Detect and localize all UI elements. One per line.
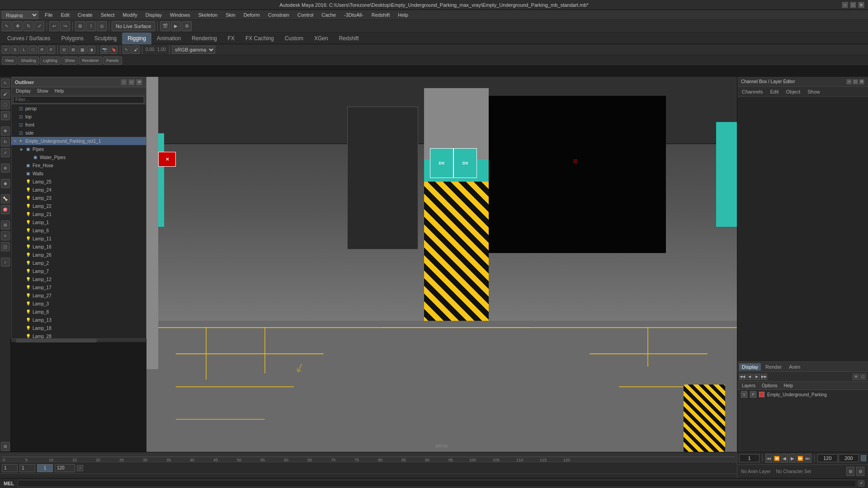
viewport-shading-btn[interactable]: Shading — [18, 56, 39, 65]
play-back-btn[interactable]: ◀ — [781, 454, 788, 463]
panels-btn[interactable]: P — [47, 46, 55, 54]
step-back-btn[interactable]: ⏪ — [773, 454, 780, 463]
menu-display[interactable]: Display — [142, 11, 165, 19]
outliner-horizontal-scrollbar[interactable] — [11, 338, 146, 342]
outliner-item-lamp23[interactable]: 💡 Lamp_23 — [11, 194, 146, 202]
frame-number-input[interactable] — [739, 454, 760, 462]
outliner-minimize-btn[interactable]: − — [121, 79, 127, 85]
tab-redshift[interactable]: Redshift — [334, 33, 364, 44]
layer-row-parking[interactable]: V P Empty_Underground_Parking — [737, 390, 868, 399]
ipr-btn[interactable]: ▶ — [171, 21, 181, 31]
layer-options-btn2[interactable]: ◫ — [860, 374, 866, 380]
maximize-button[interactable]: □ — [850, 2, 856, 8]
layer-menu-layers[interactable]: Layers — [739, 382, 758, 389]
render-settings-btn[interactable]: ⚙ — [182, 21, 192, 31]
outliner-item-lamp3[interactable]: 💡 Lamp_3 — [11, 300, 146, 308]
texture-btn[interactable]: ▦ — [78, 46, 86, 54]
outliner-item-lamp24[interactable]: 💡 Lamp_24 — [11, 186, 146, 194]
menu-create[interactable]: Create — [74, 11, 96, 19]
show-manip-btn[interactable]: ⊕ — [1, 164, 10, 173]
outliner-item-lamp28[interactable]: 💡 Lamp_28 — [11, 332, 146, 338]
outliner-item-lamp17[interactable]: 💡 Lamp_17 — [11, 283, 146, 291]
bookmark-btn[interactable]: 🔖 — [109, 46, 118, 54]
menu-help[interactable]: Help — [394, 11, 412, 19]
lighting-btn[interactable]: L — [20, 46, 28, 54]
minimize-button[interactable]: − — [842, 2, 848, 8]
step-fwd-btn[interactable]: ⏩ — [797, 454, 803, 463]
layer-menu-help[interactable]: Help — [781, 382, 796, 389]
outliner-close-btn[interactable]: ✕ — [136, 79, 142, 85]
paint-select-btn[interactable]: 🖌 — [132, 46, 140, 54]
render-view-btn[interactable]: 🎬 — [160, 21, 170, 31]
tab-xgen[interactable]: XGen — [309, 33, 334, 44]
viewport[interactable]: DX DX ↙ — [146, 77, 737, 452]
outliner-item-walls[interactable]: ▣ Walls — [11, 169, 146, 178]
rotate-tool-btn[interactable]: ↻ — [24, 21, 33, 31]
sound-btn[interactable]: ♪ — [1, 258, 10, 267]
outliner-item-fire-hose[interactable]: ▣ Fire_Hose — [11, 161, 146, 169]
outliner-item-lamp7[interactable]: 💡 Lamp_7 — [11, 267, 146, 275]
cb-tab-object[interactable]: Object — [783, 88, 803, 95]
viewport-show-btn[interactable]: Show — [61, 56, 78, 65]
layer-tab-render[interactable]: Render — [763, 363, 784, 371]
select-mode-side-btn[interactable]: ↖ — [1, 79, 10, 88]
smooth-shade-btn[interactable]: ⊠ — [69, 46, 77, 54]
outliner-item-top[interactable]: ◫ top — [11, 113, 146, 121]
menu-modify[interactable]: Modify — [119, 11, 141, 19]
cb-minimize-btn[interactable]: − — [846, 79, 852, 84]
move-left-btn[interactable]: ✥ — [1, 127, 10, 136]
select-tool-btn[interactable]: ↖ — [2, 21, 12, 31]
viewport-panels-btn[interactable]: Panels — [103, 56, 122, 65]
rotate-left-btn[interactable]: ↻ — [1, 137, 10, 146]
timeline-sound-icon[interactable]: ♪ — [77, 465, 83, 471]
layer-forward-btn[interactable]: ▶ — [754, 374, 760, 380]
menu-3dtoall[interactable]: -3DtoAll- — [340, 11, 367, 19]
show-btn[interactable]: □ — [29, 46, 37, 54]
scale-tool-btn[interactable]: ⤢ — [34, 21, 44, 31]
range-start-input[interactable] — [19, 464, 35, 472]
close-button[interactable]: ✕ — [858, 2, 864, 8]
outliner-item-lamp21[interactable]: 💡 Lamp_21 — [11, 210, 146, 218]
tab-fx[interactable]: FX — [222, 33, 240, 44]
current-frame-display[interactable]: 1 — [37, 464, 53, 472]
outliner-item-lamp22[interactable]: 💡 Lamp_22 — [11, 202, 146, 210]
layer-menu-options[interactable]: Options — [759, 382, 780, 389]
menu-windows[interactable]: Windows — [166, 11, 194, 19]
outliner-item-pipes[interactable]: ▶ ▣ Pipes — [11, 145, 146, 153]
outliner-item-lamp13[interactable]: 💡 Lamp_13 — [11, 316, 146, 324]
range-end-input[interactable] — [55, 464, 75, 472]
outliner-item-lamp1[interactable]: 💡 Lamp_1 — [11, 218, 146, 226]
cb-maximize-btn[interactable]: □ — [853, 79, 858, 84]
go-start-btn[interactable]: ⏮ — [765, 454, 772, 463]
move-tool-btn[interactable]: ✥ — [13, 21, 23, 31]
outliner-item-lamp25[interactable]: 💡 Lamp_25 — [11, 178, 146, 186]
select-mode-btn[interactable]: ↖ — [123, 46, 131, 54]
menu-file[interactable]: File — [41, 11, 57, 19]
component-mode-btn[interactable]: ⊡ — [1, 111, 10, 120]
tab-custom[interactable]: Custom — [279, 33, 309, 44]
layer-vp-toggle[interactable]: V — [741, 391, 747, 398]
outliner-item-lamp8[interactable]: 💡 Lamp_8 — [11, 308, 146, 316]
menu-select[interactable]: Select — [97, 11, 118, 19]
cb-close-btn[interactable]: ✕ — [859, 79, 864, 84]
outliner-item-lamp6[interactable]: 💡 Lamp_6 — [11, 226, 146, 235]
viewport-lighting-btn[interactable]: Lighting — [40, 56, 61, 65]
tab-rendering[interactable]: Rendering — [186, 33, 222, 44]
viewport-renderer-btn[interactable]: Renderer — [79, 56, 102, 65]
skeleton-tools-btn[interactable]: 🦴 — [1, 194, 10, 203]
snap-point-btn[interactable]: ◎ — [97, 21, 107, 31]
char-set-settings-btn[interactable]: ⚙ — [846, 467, 854, 476]
outliner-item-lamp2[interactable]: 💡 Lamp_2 — [11, 259, 146, 267]
camera-tools-btn[interactable]: 📷 — [100, 46, 108, 54]
menu-cache[interactable]: Cache — [318, 11, 340, 19]
anim-settings-btn[interactable] — [861, 455, 866, 461]
snap-grid-btn[interactable]: ⊞ — [75, 21, 85, 31]
current-frame-start-input[interactable] — [2, 464, 18, 472]
menu-redshift[interactable]: Redshift — [368, 11, 393, 19]
anim-layer-settings-btn[interactable]: ⚙ — [856, 467, 864, 476]
layer-back-btn[interactable]: ◀ — [746, 374, 753, 380]
mel-input[interactable] — [18, 480, 856, 487]
tab-sculpting[interactable]: Sculpting — [89, 33, 122, 44]
outliner-maximize-btn[interactable]: □ — [128, 79, 135, 85]
outliner-item-side[interactable]: ◫ side — [11, 129, 146, 137]
